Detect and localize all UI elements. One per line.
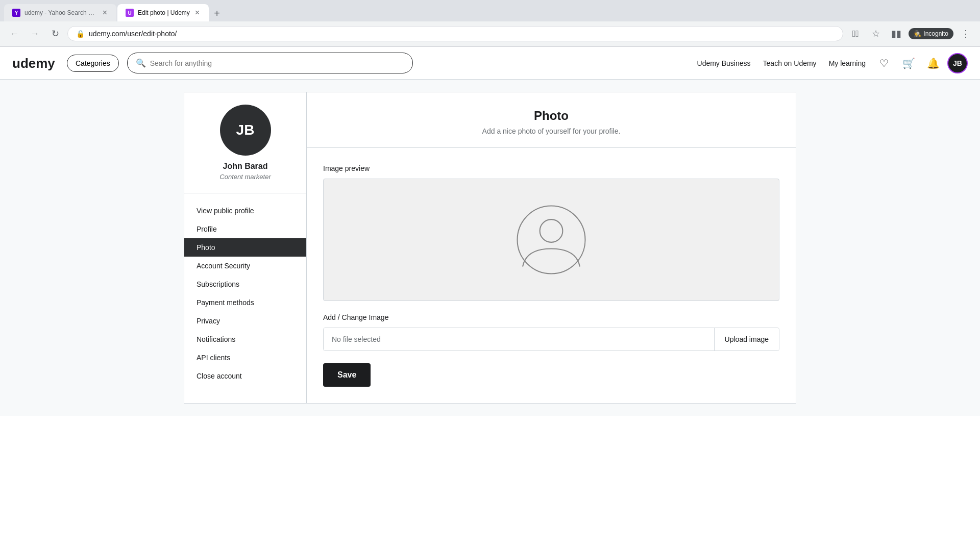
browser-tab-udemy[interactable]: U Edit photo | Udemy × (117, 4, 209, 21)
sidebar-item-photo[interactable]: Photo (184, 238, 306, 257)
incognito-label: Incognito (923, 30, 948, 37)
sidebar-link-account-security[interactable]: Account Security (184, 257, 306, 275)
udemy-logo-svg: udemy (12, 55, 59, 72)
incognito-badge: 🕵 Incognito (909, 28, 953, 39)
content-area: Photo Add a nice photo of yourself for y… (307, 92, 796, 403)
browser-nav-icons: 📷⃠ ☆ ▮▮ 🕵 Incognito ⋮ (847, 26, 974, 42)
sidebar-item-api-clients[interactable]: API clients (184, 348, 306, 367)
sidebar-link-view-profile[interactable]: View public profile (184, 202, 306, 220)
wishlist-button[interactable]: ♡ (874, 53, 894, 73)
page-outer: JB John Barad Content marketer View publ… (0, 80, 980, 416)
svg-point-2 (540, 219, 563, 242)
notifications-button[interactable]: 🔔 (923, 53, 943, 73)
tab-close-yahoo[interactable]: × (102, 8, 108, 17)
incognito-icon: 🕵 (914, 30, 921, 37)
page-header: Photo Add a nice photo of yourself for y… (307, 92, 796, 148)
search-bar[interactable]: 🔍 (127, 53, 413, 73)
sidebar-item-subscriptions[interactable]: Subscriptions (184, 275, 306, 293)
categories-button[interactable]: Categories (67, 55, 119, 72)
page-body: Image preview Add / Change Image No file… (307, 148, 796, 403)
chrome-sidebar-icon[interactable]: ▮▮ (888, 26, 904, 42)
user-avatar: JB (220, 105, 271, 156)
sidebar-link-close-account[interactable]: Close account (184, 367, 306, 385)
browser-tabs: Y udemy - Yahoo Search Results × U Edit … (0, 0, 980, 21)
sidebar: JB John Barad Content marketer View publ… (184, 92, 307, 403)
svg-text:udemy: udemy (12, 56, 55, 71)
nav-teach-on-udemy[interactable]: Teach on Udemy (763, 59, 817, 67)
sidebar-link-subscriptions[interactable]: Subscriptions (184, 275, 306, 293)
sidebar-link-profile[interactable]: Profile (184, 220, 306, 238)
user-avatar-button[interactable]: JB (947, 53, 968, 73)
address-bar[interactable]: 🔒 udemy.com/user/edit-photo/ (67, 26, 843, 41)
sidebar-item-payment[interactable]: Payment methods (184, 293, 306, 312)
tab-favicon-yahoo: Y (12, 9, 20, 17)
image-preview-label: Image preview (323, 164, 779, 172)
sidebar-link-photo[interactable]: Photo (184, 238, 306, 257)
sidebar-link-privacy[interactable]: Privacy (184, 312, 306, 330)
sidebar-link-notifications[interactable]: Notifications (184, 330, 306, 348)
sidebar-item-view-profile[interactable]: View public profile (184, 202, 306, 220)
new-tab-button[interactable]: + (210, 6, 224, 21)
sidebar-item-privacy[interactable]: Privacy (184, 312, 306, 330)
url-text: udemy.com/user/edit-photo/ (89, 30, 835, 38)
forward-button[interactable]: → (27, 26, 43, 42)
back-button[interactable]: ← (6, 26, 22, 42)
page-title: Photo (323, 109, 779, 123)
no-file-text: No file selected (332, 335, 381, 343)
user-title: Content marketer (197, 173, 294, 181)
image-preview-box (323, 179, 779, 301)
sidebar-item-notifications[interactable]: Notifications (184, 330, 306, 348)
sidebar-link-payment[interactable]: Payment methods (184, 293, 306, 312)
upload-row: No file selected Upload image (323, 328, 779, 351)
browser-nav-bar: ← → ↻ 🔒 udemy.com/user/edit-photo/ 📷⃠ ☆ … (0, 21, 980, 46)
extensions-icon[interactable]: ⋮ (958, 26, 974, 42)
refresh-button[interactable]: ↻ (47, 26, 63, 42)
udemy-logo[interactable]: udemy (12, 55, 59, 72)
tab-label-udemy: Edit photo | Udemy (138, 9, 190, 16)
tab-close-udemy[interactable]: × (194, 8, 201, 17)
file-selected-area: No file selected (324, 328, 714, 350)
nav-my-learning[interactable]: My learning (829, 59, 866, 67)
search-input[interactable] (150, 59, 404, 67)
lock-icon: 🔒 (76, 30, 85, 38)
browser-tab-yahoo[interactable]: Y udemy - Yahoo Search Results × (4, 4, 116, 21)
udemy-header: udemy Categories 🔍 Udemy Business Teach … (0, 47, 980, 80)
header-icons: ♡ 🛒 🔔 JB (874, 53, 968, 73)
user-name: John Barad (197, 162, 294, 171)
search-icon: 🔍 (136, 58, 146, 68)
sidebar-nav: View public profile Profile Photo Accoun… (184, 202, 306, 385)
sidebar-item-close-account[interactable]: Close account (184, 367, 306, 385)
browser-chrome: Y udemy - Yahoo Search Results × U Edit … (0, 0, 980, 47)
no-camera-icon[interactable]: 📷⃠ (847, 26, 864, 42)
nav-udemy-business[interactable]: Udemy Business (697, 59, 751, 67)
tab-label-yahoo: udemy - Yahoo Search Results (24, 9, 97, 16)
save-button[interactable]: Save (323, 363, 371, 387)
content-wrapper: JB John Barad Content marketer View publ… (184, 92, 796, 404)
sidebar-link-api-clients[interactable]: API clients (184, 348, 306, 367)
page-subtitle: Add a nice photo of yourself for your pr… (323, 127, 779, 135)
bookmark-icon[interactable]: ☆ (868, 26, 884, 42)
sidebar-item-profile[interactable]: Profile (184, 220, 306, 238)
svg-point-1 (518, 206, 585, 274)
cart-button[interactable]: 🛒 (898, 53, 919, 73)
tab-favicon-udemy: U (126, 9, 134, 17)
placeholder-avatar-svg (516, 204, 587, 276)
sidebar-item-account-security[interactable]: Account Security (184, 257, 306, 275)
upload-image-button[interactable]: Upload image (714, 328, 779, 350)
add-change-label: Add / Change Image (323, 313, 779, 321)
header-nav: Udemy Business Teach on Udemy My learnin… (697, 59, 866, 67)
user-info: JB John Barad Content marketer (184, 105, 306, 193)
